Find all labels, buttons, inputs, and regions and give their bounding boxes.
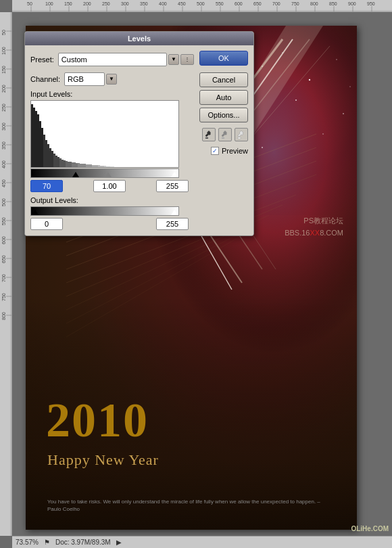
svg-rect-145 [108, 166, 110, 168]
svg-rect-137 [92, 165, 94, 168]
svg-rect-132 [82, 164, 84, 168]
output-white-value[interactable] [156, 218, 189, 230]
channel-label: Channel: [30, 75, 60, 83]
output-white-triangle[interactable] [171, 210, 178, 215]
svg-rect-138 [94, 165, 96, 168]
svg-text:100: 100 [45, 1, 53, 6]
input-white-value[interactable] [156, 180, 189, 192]
svg-rect-128 [74, 162, 76, 168]
input-black-triangle[interactable] [72, 172, 79, 177]
svg-text:150: 150 [1, 66, 6, 74]
preset-dropdown-arrow[interactable]: ▼ [168, 54, 179, 65]
svg-rect-125 [68, 162, 70, 168]
channel-dropdown-arrow[interactable]: ▼ [106, 74, 117, 85]
preset-select[interactable]: Custom [58, 53, 167, 66]
auto-button[interactable]: Auto [199, 90, 248, 105]
svg-text:800: 800 [1, 312, 6, 320]
svg-rect-161 [222, 137, 224, 139]
svg-rect-118 [53, 154, 55, 168]
svg-text:450: 450 [1, 179, 6, 187]
svg-text:300: 300 [1, 122, 6, 131]
svg-rect-140 [98, 165, 100, 168]
svg-point-83 [322, 133, 324, 135]
svg-text:250: 250 [1, 104, 6, 112]
svg-text:850: 850 [329, 1, 337, 6]
preview-label: Preview [222, 147, 248, 155]
svg-rect-130 [78, 163, 80, 168]
olihe-watermark: OLiHe.COM [351, 525, 389, 532]
options-button[interactable]: Options... [199, 108, 248, 122]
svg-text:950: 950 [367, 1, 375, 6]
eyedropper-gray-icon[interactable] [218, 128, 232, 141]
doc-info: Doc: 3.97M/89.3M [55, 539, 111, 546]
ok-button[interactable]: OK [199, 51, 248, 66]
input-black-value[interactable] [30, 180, 63, 192]
output-levels-label: Output Levels: [30, 196, 189, 204]
output-gradient-bar [30, 206, 179, 216]
dialog-titlebar: Levels [25, 32, 253, 45]
svg-text:350: 350 [1, 141, 6, 150]
cancel-button[interactable]: Cancel [199, 72, 248, 87]
watermark-line1: PS教程论坛 [285, 215, 343, 227]
svg-text:700: 700 [1, 274, 6, 282]
svg-rect-139 [96, 165, 98, 168]
svg-rect-115 [47, 144, 49, 168]
watermark-line2: BBS.16XX8.COM [285, 227, 343, 239]
svg-rect-134 [86, 164, 88, 168]
eyedropper-white-icon[interactable] [235, 128, 248, 141]
svg-rect-127 [72, 162, 74, 168]
preset-options-button[interactable]: ⋮ [180, 54, 194, 65]
svg-rect-114 [45, 140, 47, 168]
svg-text:400: 400 [1, 160, 6, 168]
svg-rect-162 [238, 137, 241, 139]
dialog-title: Levels [128, 35, 151, 43]
svg-rect-141 [100, 166, 102, 168]
svg-text:550: 550 [216, 1, 224, 6]
svg-rect-135 [88, 164, 90, 168]
greeting-text: Happy New Year [47, 451, 159, 469]
svg-rect-147 [112, 166, 114, 168]
input-gray-triangle[interactable] [105, 172, 112, 177]
channel-select[interactable]: RGB [64, 72, 105, 86]
svg-rect-148 [114, 167, 116, 168]
histogram-svg [31, 101, 179, 168]
input-mid-value[interactable] [93, 180, 126, 192]
svg-text:100: 100 [1, 47, 6, 55]
dialog-left-panel: Channel: RGB ▼ Input Levels: [30, 72, 189, 230]
svg-text:200: 200 [1, 85, 6, 93]
output-black-value[interactable] [30, 218, 63, 230]
svg-text:150: 150 [64, 1, 72, 6]
svg-text:50: 50 [27, 1, 32, 6]
svg-text:650: 650 [1, 255, 6, 263]
eyedropper-black-icon[interactable] [202, 128, 216, 141]
svg-text:600: 600 [235, 1, 243, 6]
svg-rect-160 [205, 137, 208, 139]
svg-rect-109 [35, 111, 37, 168]
preset-label: Preset: [30, 55, 54, 64]
output-values-row [30, 218, 189, 230]
svg-rect-117 [51, 151, 53, 168]
svg-rect-144 [106, 166, 108, 168]
status-bar: 73.57% ⚑ Doc: 3.97M/89.3M ▶ [12, 536, 392, 548]
svg-text:750: 750 [1, 293, 6, 301]
canvas-area: 2010 Happy New Year You have to take ris… [12, 12, 392, 536]
ruler-top: 50 100 150 200 250 300 350 400 450 500 5… [12, 0, 392, 12]
svg-rect-133 [84, 164, 86, 168]
svg-rect-116 [49, 148, 51, 168]
quote-text: You have to take risks. We will only und… [47, 498, 335, 513]
levels-dialog: Levels Preset: Custom ▼ ⋮ OK [24, 31, 254, 236]
channel-value: RGB [68, 75, 84, 83]
input-white-triangle[interactable] [171, 172, 178, 177]
svg-text:500: 500 [197, 1, 205, 6]
svg-rect-108 [33, 108, 35, 168]
svg-point-78 [309, 79, 310, 81]
preview-checkbox[interactable]: ✓ [211, 147, 219, 155]
svg-point-82 [343, 113, 344, 114]
svg-text:550: 550 [1, 217, 6, 225]
watermark: PS教程论坛 BBS.16XX8.COM [285, 215, 343, 239]
status-icon: ⚑ [44, 539, 50, 546]
doc-arrow[interactable]: ▶ [116, 539, 122, 546]
svg-rect-146 [110, 166, 112, 168]
svg-rect-113 [43, 135, 45, 168]
output-black-triangle[interactable] [32, 210, 39, 215]
